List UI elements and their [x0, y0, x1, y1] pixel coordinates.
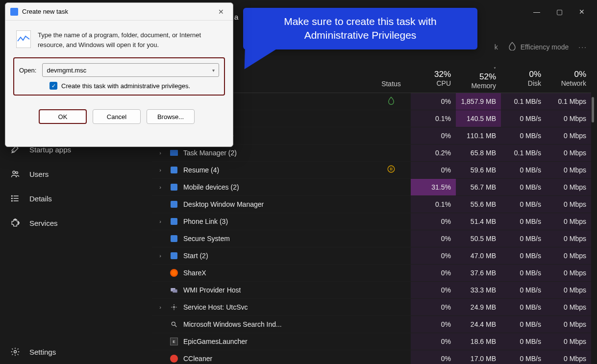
network-cell: 0 Mbps [546, 299, 591, 315]
cpu-cell: 0% [411, 162, 456, 178]
memory-cell: 17.0 MB [456, 350, 501, 364]
minimize-button[interactable]: — [525, 4, 548, 20]
process-row[interactable]: ›Resume (4)0%59.6 MB0 MB/s0 Mbps [152, 162, 591, 179]
cpu-cell: 0% [411, 333, 456, 350]
process-row[interactable]: ShareX0%37.6 MB0 MB/s0 Mbps [152, 265, 591, 282]
expand-chevron-icon[interactable]: › [156, 304, 165, 310]
process-icon [170, 268, 178, 277]
column-memory[interactable]: ˅ 52% Memory [456, 64, 501, 93]
sidebar-item-users[interactable]: Users [0, 162, 147, 186]
cpu-cell: 31.5% [411, 179, 456, 195]
chevron-down-icon[interactable]: ▾ [212, 68, 215, 73]
sidebar-label: Details [29, 194, 52, 203]
maximize-button[interactable]: ▢ [548, 4, 571, 20]
column-cpu[interactable]: 32% CPU [411, 64, 456, 93]
disk-cell: 0 MB/s [501, 299, 546, 315]
process-name: CCleaner [183, 355, 212, 363]
dialog-title-text: Create new task [22, 8, 68, 15]
network-cell: 0 Mbps [546, 282, 591, 298]
process-icon [170, 354, 178, 363]
process-name: Desktop Window Manager [183, 200, 264, 208]
process-row[interactable]: ›Phone Link (3)0%51.4 MB0 MB/s0 Mbps [152, 213, 591, 230]
expand-chevron-icon[interactable]: › [156, 184, 165, 190]
process-icon [170, 148, 178, 157]
process-row[interactable]: ›Start (2)0%47.0 MB0 MB/s0 Mbps [152, 247, 591, 265]
sidebar-label: Settings [29, 348, 56, 356]
disk-cell: 0 MB/s [501, 179, 546, 195]
process-icon [170, 303, 178, 312]
browse-button[interactable]: Browse... [147, 109, 195, 124]
process-name: Start (2) [183, 252, 208, 260]
expand-chevron-icon[interactable]: › [156, 167, 165, 173]
cpu-cell: 0% [411, 282, 456, 298]
disk-cell: 0 MB/s [501, 196, 546, 213]
process-row[interactable]: ›Mobile devices (2)31.5%56.7 MB0 MB/s0 M… [152, 179, 591, 196]
process-icon [170, 183, 178, 192]
admin-privileges-checkbox[interactable]: ✓ [50, 82, 57, 90]
highlighted-input-area: Open: devmgmt.msc ▾ ✓ Create this task w… [13, 57, 225, 96]
memory-cell: 59.6 MB [456, 162, 501, 178]
memory-cell: 51.4 MB [456, 213, 501, 230]
memory-cell: 55.6 MB [456, 196, 501, 213]
disk-cell: 0 MB/s [501, 110, 546, 127]
more-button[interactable]: ··· [578, 43, 587, 51]
column-status[interactable]: Status [372, 64, 411, 93]
sidebar-item-services[interactable]: Services [0, 211, 147, 235]
memory-cell: 50.5 MB [456, 230, 501, 247]
dialog-close-button[interactable]: ✕ [214, 5, 228, 19]
efficiency-mode-button[interactable]: Efficiency mode [508, 42, 569, 52]
expand-chevron-icon[interactable]: › [156, 218, 165, 224]
process-name: WMI Provider Host [183, 286, 241, 294]
gear-icon [10, 346, 21, 357]
cpu-cell: 0% [411, 93, 456, 110]
svg-point-5 [12, 195, 13, 196]
process-icon [170, 200, 178, 209]
cancel-button[interactable]: Cancel [93, 109, 141, 124]
run-task-suffix: k [495, 43, 498, 51]
process-row[interactable]: Microsoft Windows Search Ind...0%24.4 MB… [152, 316, 591, 333]
network-cell: 0.1 Mbps [546, 93, 591, 110]
sort-indicator-icon: ˅ [461, 67, 496, 72]
close-button[interactable]: ✕ [571, 4, 593, 20]
dialog-titlebar: Create new task ✕ [5, 3, 233, 21]
process-icon [170, 217, 178, 226]
sidebar-item-details[interactable]: Details [0, 186, 147, 211]
process-row[interactable]: EEpicGamesLauncher0%18.6 MB0 MB/s0 Mbps [152, 333, 591, 350]
process-row[interactable]: WMI Provider Host0%33.3 MB0 MB/s0 Mbps [152, 282, 591, 299]
cpu-cell: 0% [411, 316, 456, 333]
dialog-app-icon [10, 8, 18, 16]
disk-cell: 0 MB/s [501, 350, 546, 364]
ok-button[interactable]: OK [39, 109, 87, 124]
memory-cell: 1,857.9 MB [456, 93, 501, 110]
open-input-value: devmgmt.msc [47, 67, 86, 74]
process-row[interactable]: ›Service Host: UtcSvc0%24.9 MB0 MB/s0 Mb… [152, 299, 591, 316]
expand-chevron-icon[interactable]: › [156, 253, 165, 259]
network-cell: 0 Mbps [546, 230, 591, 247]
sidebar-item-settings[interactable]: Settings [0, 340, 147, 364]
network-cell: 0 Mbps [546, 350, 591, 364]
svg-point-6 [12, 198, 13, 199]
svg-line-18 [175, 325, 177, 327]
process-row[interactable]: ›Task Manager (2)0.2%65.8 MB0.1 MB/s0 Mb… [152, 145, 591, 162]
open-combobox[interactable]: devmgmt.msc ▾ [42, 63, 219, 77]
column-network[interactable]: 0% Network [546, 64, 591, 93]
network-cell: 0 Mbps [546, 213, 591, 230]
cpu-cell: 0.2% [411, 145, 456, 161]
sidebar-label: Services [29, 219, 58, 227]
memory-cell: 37.6 MB [456, 265, 501, 281]
process-row[interactable]: CCleaner0%17.0 MB0 MB/s0 Mbps [152, 350, 591, 364]
cpu-cell: 0% [411, 299, 456, 315]
network-cell: 0 Mbps [546, 196, 591, 213]
network-cell: 0 Mbps [546, 110, 591, 127]
process-icon: E [170, 337, 178, 346]
memory-cell: 65.8 MB [456, 145, 501, 161]
memory-cell: 56.7 MB [456, 179, 501, 195]
process-row[interactable]: Desktop Window Manager0.1%55.6 MB0 MB/s0… [152, 196, 591, 213]
scrollbar-thumb[interactable] [592, 97, 594, 122]
disk-cell: 0 MB/s [501, 230, 546, 247]
column-disk[interactable]: 0% Disk [501, 64, 546, 93]
expand-chevron-icon[interactable]: › [156, 150, 165, 156]
disk-cell: 0.1 MB/s [501, 145, 546, 161]
process-row[interactable]: Secure System0%50.5 MB0 MB/s0 Mbps [152, 230, 591, 247]
process-name: EpicGamesLauncher [183, 338, 248, 345]
